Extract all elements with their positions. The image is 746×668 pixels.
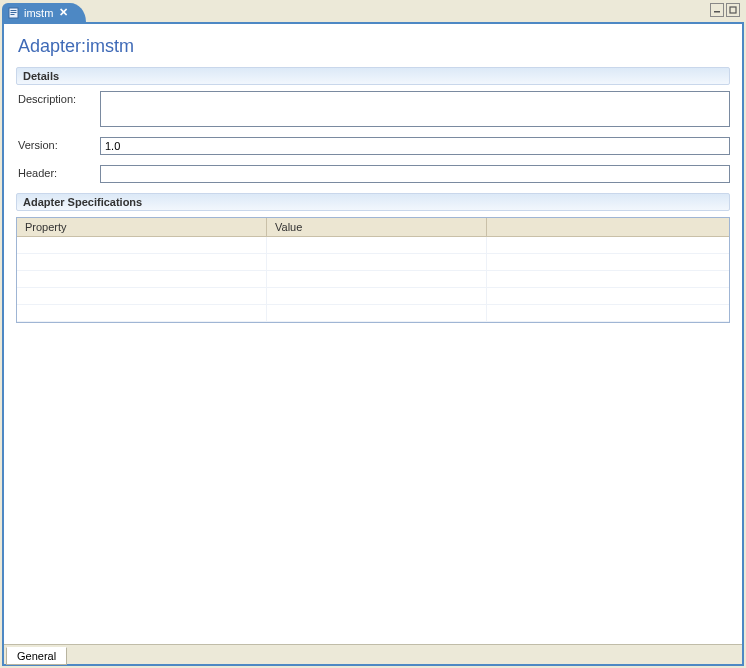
cell-property[interactable] bbox=[17, 288, 267, 304]
description-label: Description: bbox=[18, 91, 100, 105]
bottom-tab-bar: General bbox=[4, 644, 742, 664]
svg-rect-3 bbox=[11, 14, 15, 15]
table-row[interactable] bbox=[17, 305, 729, 322]
table-row[interactable] bbox=[17, 254, 729, 271]
section-details-header: Details bbox=[16, 67, 730, 85]
header-input[interactable] bbox=[100, 165, 730, 183]
header-label: Header: bbox=[18, 165, 100, 179]
cell-value[interactable] bbox=[267, 237, 487, 253]
column-value[interactable]: Value bbox=[267, 218, 487, 236]
editor-frame: Adapter:imstm Details Description: Versi… bbox=[2, 22, 744, 666]
cell-property[interactable] bbox=[17, 254, 267, 270]
cell-extra bbox=[487, 288, 729, 304]
cell-value[interactable] bbox=[267, 271, 487, 287]
spec-table[interactable]: Property Value bbox=[16, 217, 730, 323]
cell-property[interactable] bbox=[17, 237, 267, 253]
editor-tab-label: imstm bbox=[24, 7, 53, 19]
description-input[interactable] bbox=[100, 91, 730, 127]
cell-property[interactable] bbox=[17, 305, 267, 321]
table-row[interactable] bbox=[17, 237, 729, 254]
svg-rect-1 bbox=[11, 10, 17, 11]
column-extra bbox=[487, 218, 729, 236]
cell-extra bbox=[487, 254, 729, 270]
cell-value[interactable] bbox=[267, 288, 487, 304]
spec-table-header: Property Value bbox=[17, 218, 729, 237]
cell-value[interactable] bbox=[267, 305, 487, 321]
minimize-button[interactable] bbox=[710, 3, 724, 17]
table-row[interactable] bbox=[17, 271, 729, 288]
editor-tab-imstm[interactable]: imstm ✕ bbox=[2, 3, 86, 22]
tab-general[interactable]: General bbox=[6, 647, 67, 665]
document-icon bbox=[8, 7, 20, 19]
section-specs-header: Adapter Specifications bbox=[16, 193, 730, 211]
column-property[interactable]: Property bbox=[17, 218, 267, 236]
cell-value[interactable] bbox=[267, 254, 487, 270]
cell-extra bbox=[487, 271, 729, 287]
page-title: Adapter:imstm bbox=[18, 36, 730, 57]
tab-bar: imstm ✕ bbox=[0, 0, 746, 22]
maximize-button[interactable] bbox=[726, 3, 740, 17]
version-label: Version: bbox=[18, 137, 100, 151]
version-input[interactable] bbox=[100, 137, 730, 155]
cell-extra bbox=[487, 305, 729, 321]
svg-rect-5 bbox=[730, 7, 736, 13]
svg-rect-2 bbox=[11, 12, 17, 13]
cell-extra bbox=[487, 237, 729, 253]
cell-property[interactable] bbox=[17, 271, 267, 287]
svg-rect-4 bbox=[714, 11, 720, 13]
close-icon[interactable]: ✕ bbox=[59, 6, 68, 19]
table-row[interactable] bbox=[17, 288, 729, 305]
